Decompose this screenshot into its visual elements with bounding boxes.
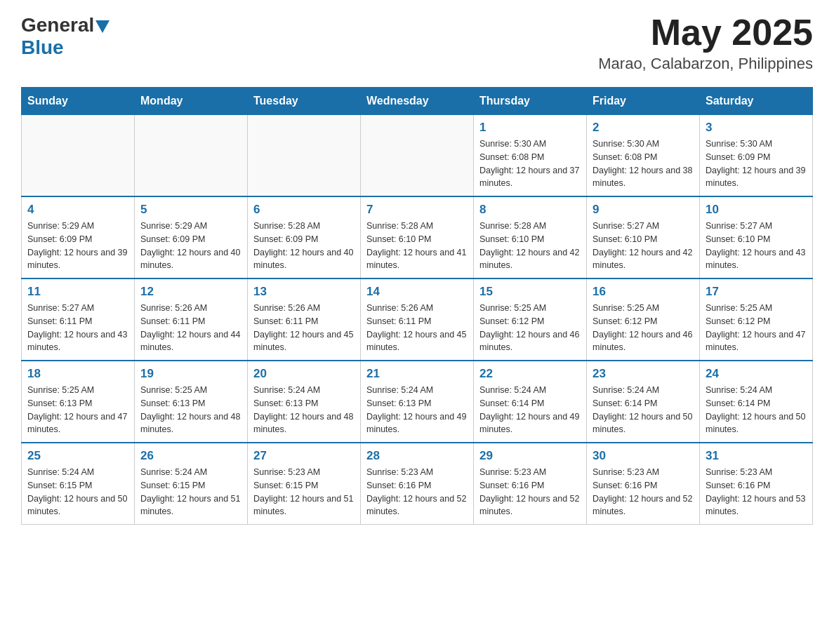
calendar-cell: 31Sunrise: 5:23 AM Sunset: 6:16 PM Dayli…: [700, 443, 813, 525]
location-subtitle: Marao, Calabarzon, Philippines: [598, 55, 813, 73]
calendar-cell: [361, 115, 474, 197]
day-info: Sunrise: 5:24 AM Sunset: 6:14 PM Dayligh…: [706, 384, 807, 436]
day-info: Sunrise: 5:29 AM Sunset: 6:09 PM Dayligh…: [27, 220, 128, 272]
day-number: 1: [479, 121, 581, 135]
calendar-cell: 29Sunrise: 5:23 AM Sunset: 6:16 PM Dayli…: [474, 443, 587, 525]
day-info: Sunrise: 5:28 AM Sunset: 6:10 PM Dayligh…: [479, 220, 581, 272]
column-header-sunday: Sunday: [22, 88, 135, 115]
calendar-week-row: 18Sunrise: 5:25 AM Sunset: 6:13 PM Dayli…: [22, 361, 813, 443]
day-number: 28: [366, 449, 468, 463]
calendar-cell: 23Sunrise: 5:24 AM Sunset: 6:14 PM Dayli…: [587, 361, 700, 443]
day-number: 17: [706, 285, 807, 299]
calendar-cell: 7Sunrise: 5:28 AM Sunset: 6:10 PM Daylig…: [361, 196, 474, 279]
day-number: 19: [140, 367, 241, 381]
day-info: Sunrise: 5:27 AM Sunset: 6:11 PM Dayligh…: [27, 302, 128, 354]
calendar-cell: 11Sunrise: 5:27 AM Sunset: 6:11 PM Dayli…: [22, 279, 135, 361]
column-header-friday: Friday: [587, 88, 700, 115]
calendar-cell: 13Sunrise: 5:26 AM Sunset: 6:11 PM Dayli…: [248, 279, 361, 361]
calendar-cell: 25Sunrise: 5:24 AM Sunset: 6:15 PM Dayli…: [22, 443, 135, 525]
day-info: Sunrise: 5:23 AM Sunset: 6:16 PM Dayligh…: [593, 466, 694, 518]
page-header: General Blue May 2025 Marao, Calabarzon,…: [21, 14, 813, 73]
calendar-cell: 1Sunrise: 5:30 AM Sunset: 6:08 PM Daylig…: [474, 115, 587, 197]
day-number: 6: [253, 203, 355, 217]
calendar-cell: 10Sunrise: 5:27 AM Sunset: 6:10 PM Dayli…: [700, 196, 813, 279]
calendar-cell: 27Sunrise: 5:23 AM Sunset: 6:15 PM Dayli…: [248, 443, 361, 525]
day-info: Sunrise: 5:24 AM Sunset: 6:14 PM Dayligh…: [479, 384, 581, 436]
day-number: 18: [27, 367, 128, 381]
day-info: Sunrise: 5:26 AM Sunset: 6:11 PM Dayligh…: [140, 302, 241, 354]
logo: General Blue: [21, 14, 110, 59]
day-info: Sunrise: 5:28 AM Sunset: 6:10 PM Dayligh…: [366, 220, 468, 272]
day-info: Sunrise: 5:29 AM Sunset: 6:09 PM Dayligh…: [140, 220, 241, 272]
logo-triangle-icon: [95, 20, 110, 33]
day-info: Sunrise: 5:26 AM Sunset: 6:11 PM Dayligh…: [253, 302, 355, 354]
calendar-cell: 16Sunrise: 5:25 AM Sunset: 6:12 PM Dayli…: [587, 279, 700, 361]
calendar-cell: 20Sunrise: 5:24 AM Sunset: 6:13 PM Dayli…: [248, 361, 361, 443]
calendar-cell: 3Sunrise: 5:30 AM Sunset: 6:09 PM Daylig…: [700, 115, 813, 197]
day-number: 25: [27, 449, 128, 463]
calendar-cell: 15Sunrise: 5:25 AM Sunset: 6:12 PM Dayli…: [474, 279, 587, 361]
day-number: 20: [253, 367, 355, 381]
day-number: 22: [479, 367, 581, 381]
day-info: Sunrise: 5:27 AM Sunset: 6:10 PM Dayligh…: [593, 220, 694, 272]
calendar-cell: 28Sunrise: 5:23 AM Sunset: 6:16 PM Dayli…: [361, 443, 474, 525]
column-header-thursday: Thursday: [474, 88, 587, 115]
column-header-wednesday: Wednesday: [361, 88, 474, 115]
day-info: Sunrise: 5:26 AM Sunset: 6:11 PM Dayligh…: [366, 302, 468, 354]
calendar-week-row: 11Sunrise: 5:27 AM Sunset: 6:11 PM Dayli…: [22, 279, 813, 361]
column-header-saturday: Saturday: [700, 88, 813, 115]
day-number: 7: [366, 203, 468, 217]
logo-general-text: General: [21, 14, 94, 36]
calendar-cell: 22Sunrise: 5:24 AM Sunset: 6:14 PM Dayli…: [474, 361, 587, 443]
calendar-cell: [135, 115, 248, 197]
calendar-week-row: 25Sunrise: 5:24 AM Sunset: 6:15 PM Dayli…: [22, 443, 813, 525]
day-number: 9: [593, 203, 694, 217]
day-number: 8: [479, 203, 581, 217]
calendar-cell: 24Sunrise: 5:24 AM Sunset: 6:14 PM Dayli…: [700, 361, 813, 443]
calendar-cell: 5Sunrise: 5:29 AM Sunset: 6:09 PM Daylig…: [135, 196, 248, 279]
day-info: Sunrise: 5:27 AM Sunset: 6:10 PM Dayligh…: [706, 220, 807, 272]
calendar-cell: 19Sunrise: 5:25 AM Sunset: 6:13 PM Dayli…: [135, 361, 248, 443]
day-info: Sunrise: 5:25 AM Sunset: 6:13 PM Dayligh…: [140, 384, 241, 436]
day-number: 27: [253, 449, 355, 463]
month-year-title: May 2025: [598, 14, 813, 51]
day-number: 13: [253, 285, 355, 299]
day-info: Sunrise: 5:24 AM Sunset: 6:13 PM Dayligh…: [253, 384, 355, 436]
calendar-cell: 12Sunrise: 5:26 AM Sunset: 6:11 PM Dayli…: [135, 279, 248, 361]
day-info: Sunrise: 5:28 AM Sunset: 6:09 PM Dayligh…: [253, 220, 355, 272]
day-number: 14: [366, 285, 468, 299]
day-number: 11: [27, 285, 128, 299]
calendar-cell: [248, 115, 361, 197]
column-header-tuesday: Tuesday: [248, 88, 361, 115]
day-number: 10: [706, 203, 807, 217]
calendar-cell: 2Sunrise: 5:30 AM Sunset: 6:08 PM Daylig…: [587, 115, 700, 197]
day-number: 30: [593, 449, 694, 463]
day-info: Sunrise: 5:24 AM Sunset: 6:15 PM Dayligh…: [27, 466, 128, 518]
day-number: 26: [140, 449, 241, 463]
calendar-cell: 4Sunrise: 5:29 AM Sunset: 6:09 PM Daylig…: [22, 196, 135, 279]
day-number: 23: [593, 367, 694, 381]
day-info: Sunrise: 5:30 AM Sunset: 6:08 PM Dayligh…: [479, 137, 581, 190]
day-number: 31: [706, 449, 807, 463]
day-info: Sunrise: 5:23 AM Sunset: 6:16 PM Dayligh…: [479, 466, 581, 518]
day-info: Sunrise: 5:30 AM Sunset: 6:09 PM Dayligh…: [706, 137, 807, 190]
day-number: 29: [479, 449, 581, 463]
calendar-week-row: 4Sunrise: 5:29 AM Sunset: 6:09 PM Daylig…: [22, 196, 813, 279]
title-area: May 2025 Marao, Calabarzon, Philippines: [598, 14, 813, 73]
calendar-table: SundayMondayTuesdayWednesdayThursdayFrid…: [21, 87, 813, 525]
day-info: Sunrise: 5:25 AM Sunset: 6:12 PM Dayligh…: [706, 302, 807, 354]
day-info: Sunrise: 5:23 AM Sunset: 6:15 PM Dayligh…: [253, 466, 355, 518]
calendar-cell: 17Sunrise: 5:25 AM Sunset: 6:12 PM Dayli…: [700, 279, 813, 361]
day-info: Sunrise: 5:25 AM Sunset: 6:12 PM Dayligh…: [593, 302, 694, 354]
calendar-cell: 21Sunrise: 5:24 AM Sunset: 6:13 PM Dayli…: [361, 361, 474, 443]
calendar-cell: 18Sunrise: 5:25 AM Sunset: 6:13 PM Dayli…: [22, 361, 135, 443]
calendar-cell: 26Sunrise: 5:24 AM Sunset: 6:15 PM Dayli…: [135, 443, 248, 525]
calendar-cell: [22, 115, 135, 197]
calendar-cell: 30Sunrise: 5:23 AM Sunset: 6:16 PM Dayli…: [587, 443, 700, 525]
calendar-header-row: SundayMondayTuesdayWednesdayThursdayFrid…: [22, 88, 813, 115]
day-info: Sunrise: 5:23 AM Sunset: 6:16 PM Dayligh…: [366, 466, 468, 518]
day-number: 15: [479, 285, 581, 299]
day-info: Sunrise: 5:24 AM Sunset: 6:15 PM Dayligh…: [140, 466, 241, 518]
day-info: Sunrise: 5:24 AM Sunset: 6:14 PM Dayligh…: [593, 384, 694, 436]
calendar-cell: 6Sunrise: 5:28 AM Sunset: 6:09 PM Daylig…: [248, 196, 361, 279]
